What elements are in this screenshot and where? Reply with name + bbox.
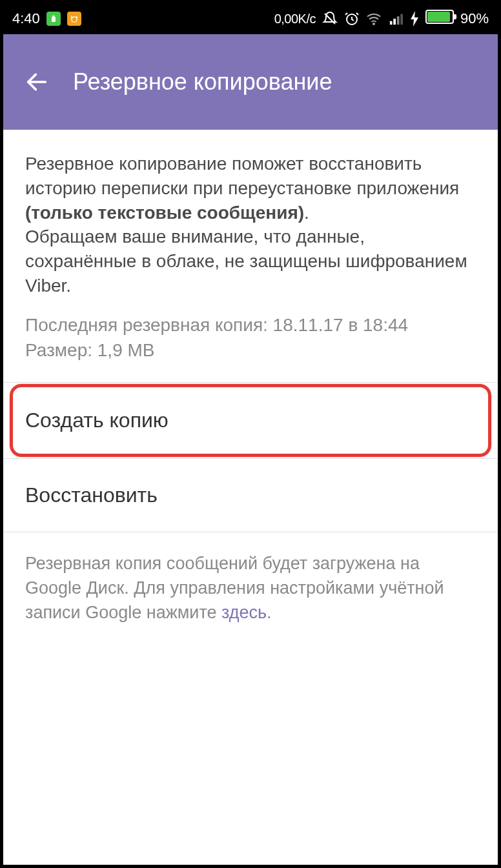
restore-button[interactable]: Восстановить	[3, 459, 498, 532]
highlighted-item-wrap: Создать копию	[14, 388, 487, 453]
cat-face-icon	[67, 12, 81, 26]
desc-text-1: Резервное копирование поможет восстанови…	[25, 154, 459, 198]
status-bar: 4:40 0,00K/c	[3, 3, 498, 34]
status-right: 0,00K/c 90%	[274, 10, 489, 28]
battery-percent: 90%	[460, 10, 489, 27]
create-backup-button[interactable]: Создать копию	[14, 388, 487, 453]
desc-text-bold: (только текстовые сообщения)	[25, 203, 304, 223]
svg-rect-6	[393, 19, 396, 25]
size-label: Размер:	[25, 340, 92, 360]
divider	[3, 382, 498, 383]
svg-rect-5	[390, 21, 393, 25]
back-button[interactable]	[21, 66, 52, 97]
google-settings-link[interactable]: здесь	[221, 603, 267, 622]
svg-rect-8	[400, 14, 403, 25]
network-speed: 0,00K/c	[274, 12, 316, 26]
svg-point-4	[373, 23, 374, 25]
alarm-icon	[344, 11, 360, 26]
backup-info-block: Резервное копирование поможет восстанови…	[3, 130, 498, 382]
backup-description: Резервное копирование поможет восстанови…	[25, 152, 476, 298]
wifi-icon	[366, 11, 382, 26]
status-left: 4:40	[12, 10, 81, 27]
charging-icon	[410, 11, 419, 26]
last-backup-value: 18.11.17 в 18:44	[273, 315, 409, 335]
app-bar: Резервное копирование	[3, 34, 498, 130]
device-frame: 4:40 0,00K/c	[0, 0, 501, 868]
battery-icon	[425, 10, 454, 28]
content-area: Резервное копирование поможет восстанови…	[3, 130, 498, 645]
svg-point-2	[72, 17, 77, 22]
battery-saver-icon	[46, 12, 61, 26]
dnd-icon	[322, 11, 338, 26]
status-time: 4:40	[12, 10, 40, 27]
svg-rect-0	[52, 15, 54, 17]
footer-text-2: .	[267, 603, 272, 622]
size-value: 1,9 MB	[97, 340, 155, 360]
desc-text-1-end: .	[304, 203, 309, 223]
desc-text-2: Обращаем ваше внимание, что данные, сохр…	[25, 227, 467, 296]
arrow-left-icon	[24, 69, 50, 95]
page-title: Резервное копирование	[73, 68, 332, 96]
svg-rect-7	[397, 16, 400, 25]
backup-meta: Последняя резервная копия: 18.11.17 в 18…	[25, 312, 476, 363]
google-drive-note: Резервная копия сообщений будет загружен…	[3, 532, 498, 644]
signal-icon	[388, 11, 404, 26]
last-backup-label: Последняя резервная копия:	[25, 315, 268, 335]
svg-rect-1	[52, 17, 56, 22]
